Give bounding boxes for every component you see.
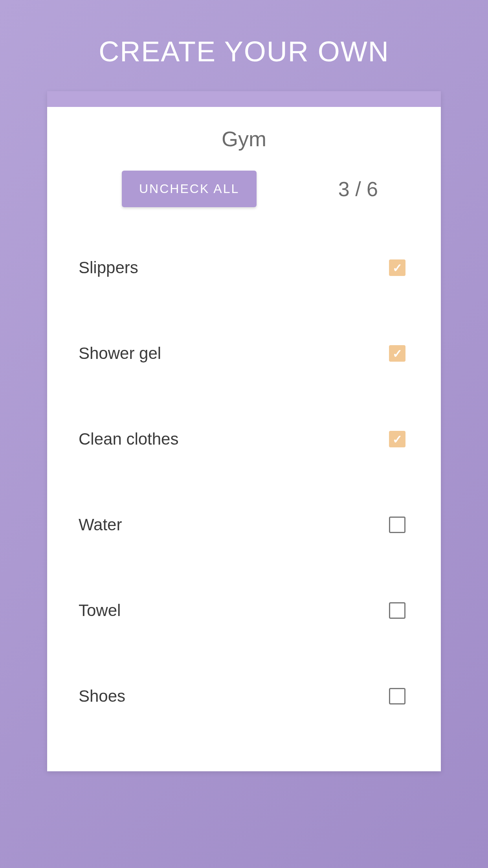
checkmark-icon: ✓ [393,261,402,275]
item-label: Water [79,515,122,534]
checklist-card: Gym UNCHECK ALL 3 / 6 Slippers ✓ Shower … [47,91,441,771]
progress-counter: 3 / 6 [338,177,378,201]
list-item[interactable]: Shoes [79,667,409,725]
item-label: Shoes [79,687,125,706]
item-label: Shower gel [79,344,161,363]
list-item[interactable]: Slippers ✓ [79,239,409,297]
controls-row: UNCHECK ALL 3 / 6 [47,171,441,207]
checkmark-icon: ✓ [393,432,402,446]
checkbox[interactable]: ✓ [389,345,405,362]
checkbox[interactable] [389,602,405,619]
list-item[interactable]: Towel [79,581,409,640]
page-title: CREATE YOUR OWN [0,0,488,91]
list-item[interactable]: Shower gel ✓ [79,324,409,383]
card-title: Gym [47,107,441,171]
list-item[interactable]: Clean clothes ✓ [79,410,409,468]
item-label: Slippers [79,258,138,277]
item-label: Towel [79,601,121,620]
checkmark-icon: ✓ [393,347,402,360]
checkbox[interactable]: ✓ [389,431,405,447]
checkbox[interactable] [389,517,405,533]
item-label: Clean clothes [79,430,178,449]
list-item[interactable]: Water [79,496,409,554]
uncheck-all-button[interactable]: UNCHECK ALL [122,171,257,207]
checkbox[interactable]: ✓ [389,259,405,276]
checkbox[interactable] [389,688,405,704]
card-top-bar [47,91,441,107]
checklist: Slippers ✓ Shower gel ✓ Clean clothes ✓ … [47,239,441,725]
